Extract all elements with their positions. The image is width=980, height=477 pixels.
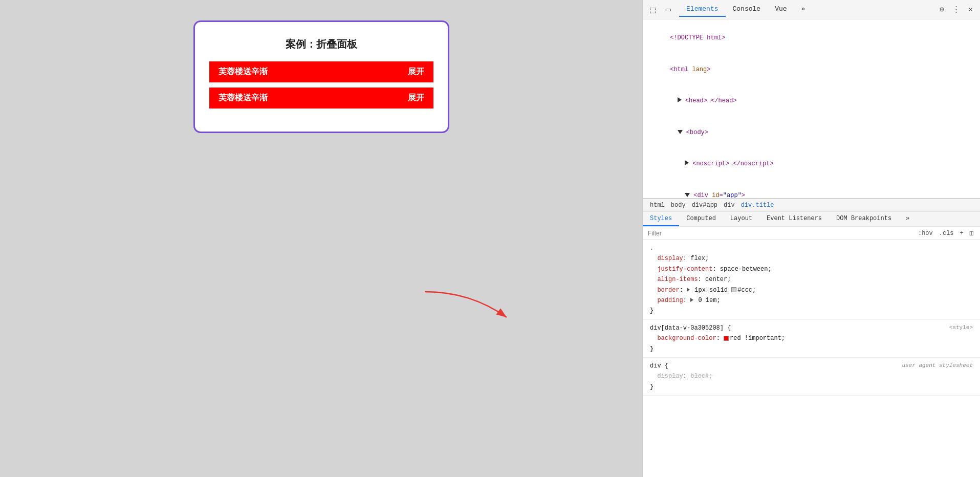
settings-icon[interactable]: ⚙ [938, 4, 946, 15]
css-prop-align-items[interactable]: align-items: center; [650, 274, 973, 285]
dom-line-head[interactable]: <head>…</head> [643, 85, 980, 117]
preview-area: 案例：折叠面板 芙蓉楼送辛渐 展开 芙蓉楼送辛渐 展开 [0, 0, 642, 477]
css-panel[interactable]: . display: flex; justify-content: space-… [643, 240, 980, 477]
tab-elements[interactable]: Elements [679, 2, 725, 17]
css-prop-bgcolor[interactable]: background-color: red !important; [650, 333, 973, 343]
dom-line-html[interactable]: <html lang> [643, 54, 980, 86]
css-prop-display[interactable]: display: flex; [650, 253, 973, 264]
accordion-item-2[interactable]: 芙蓉楼送辛渐 展开 [209, 88, 433, 109]
devtools-top-tabs: Elements Console Vue » [679, 2, 931, 17]
breadcrumb-body[interactable]: body [669, 201, 688, 209]
tab-more[interactable]: » [794, 2, 813, 17]
css-rule-div-selector: div { user agent stylesheet [650, 361, 973, 371]
css-rule-close-3: } [650, 382, 973, 392]
css-rule-close-1: } [650, 306, 973, 316]
breadcrumb-divtitle[interactable]: div.title [739, 201, 776, 209]
dom-line-app[interactable]: <div id="app"> [643, 180, 980, 199]
css-prop-justify-content[interactable]: justify-content: space-between; [650, 264, 973, 274]
breadcrumb-divapp[interactable]: div#app [690, 201, 720, 209]
border-triangle[interactable] [687, 288, 690, 292]
accordion-item-2-btn[interactable]: 展开 [408, 93, 424, 103]
filter-input[interactable] [648, 230, 912, 237]
tab-computed[interactable]: Computed [679, 212, 723, 226]
css-rule-close-2: } [650, 344, 973, 354]
device-icon[interactable]: ▭ [664, 3, 673, 16]
noscript-triangle[interactable] [685, 160, 689, 165]
accordion-card: 案例：折叠面板 芙蓉楼送辛渐 展开 芙蓉楼送辛渐 展开 [193, 20, 449, 133]
css-prop-border[interactable]: border: 1px solid #ccc; [650, 285, 973, 295]
filter-hov[interactable]: :hov [917, 229, 934, 237]
css-source-style: <style> [949, 323, 973, 333]
body-triangle[interactable] [678, 130, 683, 134]
accordion-item-1[interactable]: 芙蓉楼送辛渐 展开 [209, 61, 433, 82]
devtools-panel: ⬚ ▭ Elements Console Vue » ⚙ ⋮ ✕ <!DOCTY… [642, 0, 980, 477]
tab-event-listeners[interactable]: Event Listeners [759, 212, 829, 226]
inspect-icon[interactable]: ⬚ [648, 3, 658, 16]
styles-tabs-bar: Styles Computed Layout Event Listeners D… [643, 212, 980, 227]
elements-panel[interactable]: <!DOCTYPE html> <html lang> <head>…</hea… [643, 19, 980, 199]
tab-styles-more[interactable]: » [899, 212, 917, 226]
filter-cls[interactable]: .cls [938, 229, 955, 237]
breadcrumb-bar: html body div#app div div.title [643, 199, 980, 212]
head-triangle[interactable] [678, 97, 682, 102]
filter-actions: :hov .cls + ◫ [917, 229, 975, 237]
devtools-header: ⬚ ▭ Elements Console Vue » ⚙ ⋮ ✕ [643, 0, 980, 19]
close-icon[interactable]: ✕ [966, 4, 975, 15]
css-source-agent: user agent stylesheet [902, 361, 973, 371]
css-rule-datav: div[data-v-0a305208] { <style> backgroun… [643, 320, 980, 358]
tab-console[interactable]: Console [726, 2, 768, 17]
css-rule-datav-selector: div[data-v-0a305208] { <style> [650, 323, 973, 333]
tab-dom-breakpoints[interactable]: DOM Breakpoints [829, 212, 899, 226]
css-rule-div-agent: div { user agent stylesheet display: blo… [643, 358, 980, 396]
devtools-header-right: ⚙ ⋮ ✕ [938, 4, 975, 15]
css-rule-flex-selector-hidden: . [650, 243, 973, 253]
tab-vue[interactable]: Vue [768, 2, 794, 17]
css-prop-padding[interactable]: padding: 0 1em; [650, 295, 973, 306]
breadcrumb-html[interactable]: html [648, 201, 667, 209]
dom-line-doctype[interactable]: <!DOCTYPE html> [643, 23, 980, 54]
filter-bar: :hov .cls + ◫ [643, 227, 980, 240]
accordion-item-2-title: 芙蓉楼送辛渐 [219, 93, 268, 103]
color-swatch-gray [731, 287, 736, 292]
card-title: 案例：折叠面板 [209, 37, 433, 51]
filter-expand[interactable]: ◫ [968, 229, 975, 237]
css-prop-display-block[interactable]: display: block; [650, 371, 973, 381]
padding-triangle[interactable] [690, 298, 693, 302]
accordion-item-1-title: 芙蓉楼送辛渐 [219, 67, 268, 77]
dom-line-noscript[interactable]: <noscript>…</noscript> [643, 148, 980, 180]
tab-styles[interactable]: Styles [643, 212, 679, 226]
css-rule-flex: . display: flex; justify-content: space-… [643, 240, 980, 320]
app-triangle[interactable] [685, 193, 690, 197]
tab-layout[interactable]: Layout [723, 212, 759, 226]
breadcrumb-div[interactable]: div [722, 201, 737, 209]
dom-line-body[interactable]: <body> [643, 117, 980, 149]
filter-add[interactable]: + [959, 229, 965, 237]
menu-icon[interactable]: ⋮ [950, 4, 962, 15]
accordion-item-1-btn[interactable]: 展开 [408, 67, 424, 77]
color-swatch-red [724, 336, 729, 341]
